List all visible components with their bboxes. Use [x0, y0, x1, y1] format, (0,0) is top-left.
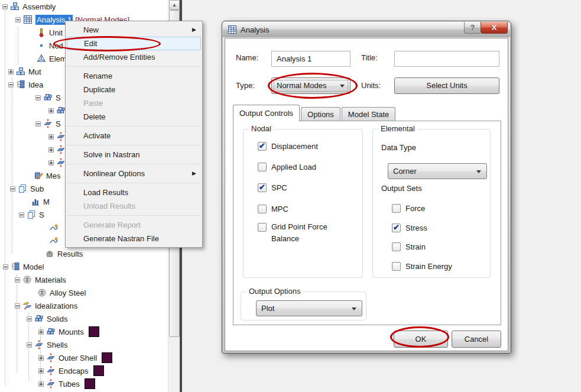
- tree-item-idealizations[interactable]: Idealizations: [0, 299, 168, 312]
- minus-expander-icon[interactable]: [3, 264, 8, 270]
- help-button[interactable]: ?: [464, 22, 481, 34]
- menu-separator: [66, 183, 202, 183]
- tab-options[interactable]: Options: [301, 107, 340, 121]
- checkbox-row-mpc[interactable]: MPC: [258, 205, 288, 213]
- tree-item-materials[interactable]: Materials: [0, 273, 168, 286]
- unchecked-checkbox-icon[interactable]: [258, 163, 267, 171]
- minus-expander-icon[interactable]: [15, 17, 21, 22]
- plus-expander-icon[interactable]: [38, 368, 44, 374]
- minus-expander-icon[interactable]: [10, 186, 15, 192]
- tree-item-shells[interactable]: Shells: [0, 338, 168, 351]
- menu-item-add-remove-entities[interactable]: Add/Remove Entities: [66, 50, 202, 64]
- checked-checkbox-icon[interactable]: ✔: [258, 142, 267, 151]
- color-swatch[interactable]: [85, 378, 95, 389]
- plus-expander-icon[interactable]: [38, 355, 44, 361]
- tree-item-alloy-steel[interactable]: Alloy Steel: [0, 286, 168, 299]
- plus-expander-icon[interactable]: [38, 329, 44, 335]
- data-type-dropdown[interactable]: Corner: [388, 163, 487, 179]
- plus-expander-icon[interactable]: [48, 147, 54, 153]
- type-dropdown[interactable]: Normal Modes: [271, 77, 350, 94]
- minus-expander-icon[interactable]: [15, 303, 20, 309]
- color-swatch[interactable]: [89, 326, 99, 337]
- shells-icon: [34, 340, 44, 349]
- tree-item-label: Materials: [35, 276, 66, 284]
- menu-item-activate[interactable]: Activate: [66, 129, 202, 142]
- title-input[interactable]: [394, 51, 499, 67]
- checkbox-row-spc[interactable]: ✔SPC: [258, 183, 287, 192]
- checkbox-row-grid-point-force-balance[interactable]: Grid Point Force Balance: [258, 223, 340, 245]
- tree-item-label: Mut: [28, 67, 41, 76]
- output-options-legend: Output Options: [246, 287, 303, 296]
- menu-item-rename[interactable]: Rename: [66, 69, 202, 83]
- menu-item-delete[interactable]: Delete: [66, 110, 202, 124]
- unchecked-checkbox-icon[interactable]: [392, 204, 401, 213]
- menu-item-new[interactable]: New▶: [66, 23, 202, 37]
- checkbox-row-strain-energy[interactable]: Strain Energy: [392, 262, 452, 271]
- checkbox-row-applied-load[interactable]: Applied Load: [258, 163, 316, 171]
- checkbox-label: Strain: [405, 242, 426, 251]
- analysis-dialog: Analysis ? X Name: Analysis 1 Title: Typ…: [222, 21, 511, 354]
- tree-item-assembly[interactable]: Assembly: [0, 0, 168, 13]
- tab-output-controls[interactable]: Output Controls: [233, 105, 300, 121]
- menu-item-solve-in-nastran[interactable]: Solve in Nastran: [66, 148, 202, 161]
- pages-icon: [27, 210, 36, 219]
- checkbox-row-displacement[interactable]: ✔Displacement: [258, 142, 318, 151]
- menu-item-generate-nastran-file[interactable]: Generate Nastran File: [66, 232, 202, 245]
- plus-expander-icon[interactable]: [38, 381, 44, 387]
- plus-expander-icon[interactable]: [8, 69, 14, 74]
- plus-expander-icon[interactable]: [48, 108, 54, 114]
- analysis-dialog-icon: [228, 25, 237, 34]
- checked-checkbox-icon[interactable]: ✔: [392, 223, 401, 232]
- materials-sphere-icon: [37, 288, 47, 297]
- dialog-titlebar[interactable]: Analysis ? X: [223, 22, 510, 37]
- minus-expander-icon[interactable]: [35, 121, 41, 127]
- menu-item-edit[interactable]: Edit: [67, 37, 201, 50]
- minus-expander-icon[interactable]: [27, 316, 32, 322]
- color-swatch[interactable]: [93, 365, 104, 376]
- unchecked-checkbox-icon[interactable]: [258, 205, 267, 213]
- select-units-button[interactable]: Select Units: [394, 77, 499, 94]
- materials-sphere-icon: [22, 275, 32, 284]
- unchecked-checkbox-icon[interactable]: [258, 223, 267, 232]
- checkbox-row-stress[interactable]: ✔Stress: [392, 223, 427, 232]
- tree-item-tubes[interactable]: Tubes: [0, 377, 168, 390]
- checkbox-row-force[interactable]: Force: [392, 204, 425, 213]
- scroll-up-arrow-icon[interactable]: ▲: [169, 0, 180, 10]
- tree-item-results[interactable]: Results: [0, 247, 168, 260]
- tree-item-mounts[interactable]: Mounts: [0, 325, 168, 338]
- minus-expander-icon[interactable]: [19, 212, 24, 218]
- minus-expander-icon[interactable]: [35, 95, 41, 101]
- tab-model-state[interactable]: Model State: [342, 107, 395, 121]
- checkbox-row-strain[interactable]: Strain: [392, 242, 426, 251]
- menu-item-nonlinear-options[interactable]: Nonlinear Options▶: [66, 167, 202, 180]
- tree-item-outer-shell[interactable]: Outer Shell: [0, 351, 168, 364]
- elemental-legend: Elemental: [378, 124, 418, 133]
- tree-item-label: Model: [23, 263, 44, 271]
- minus-expander-icon[interactable]: [2, 4, 8, 9]
- color-swatch[interactable]: [102, 352, 112, 363]
- shells-icon: [56, 145, 66, 154]
- minus-expander-icon[interactable]: [27, 342, 32, 348]
- shells-icon: [56, 158, 66, 167]
- submenu-arrow-icon: ▶: [192, 23, 196, 37]
- minus-expander-icon[interactable]: [8, 82, 14, 88]
- tree-item-endcaps[interactable]: Endcaps: [0, 364, 168, 377]
- unchecked-checkbox-icon[interactable]: [392, 242, 401, 251]
- plus-expander-icon[interactable]: [48, 160, 54, 166]
- ok-button[interactable]: OK: [394, 331, 448, 348]
- tree-item-solids[interactable]: Solids: [0, 312, 168, 325]
- tree-item-label: Endcaps: [59, 367, 89, 375]
- plus-expander-icon[interactable]: [48, 134, 54, 140]
- tree-item-model[interactable]: Model: [0, 260, 168, 273]
- dialog-client-area: Name: Analysis 1 Title: Type: Normal Mod…: [225, 38, 508, 351]
- checked-checkbox-icon[interactable]: ✔: [258, 183, 267, 192]
- minus-expander-icon[interactable]: [15, 277, 20, 283]
- name-label: Name:: [236, 53, 258, 62]
- name-input[interactable]: Analysis 1: [271, 51, 350, 67]
- output-options-dropdown[interactable]: Plot: [256, 300, 362, 316]
- menu-item-load-results[interactable]: Load Results: [66, 186, 202, 199]
- menu-item-duplicate[interactable]: Duplicate: [66, 83, 202, 96]
- cancel-button[interactable]: Cancel: [452, 331, 501, 348]
- unchecked-checkbox-icon[interactable]: [392, 262, 401, 271]
- close-button[interactable]: X: [481, 22, 508, 34]
